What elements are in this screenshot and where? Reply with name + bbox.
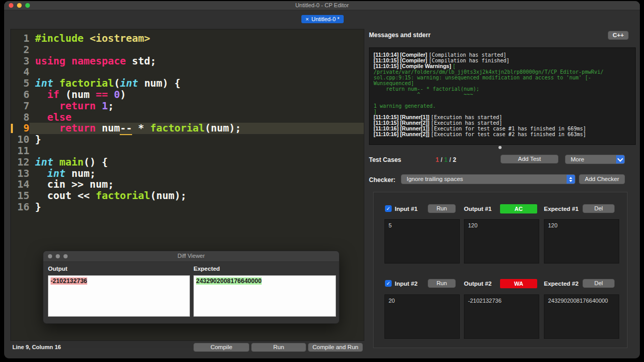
line-number: 4 bbox=[11, 67, 29, 78]
diff-expected-value: 2432902008176640000 bbox=[196, 277, 262, 285]
tab-untitled-0[interactable]: ×Untitled-0 * bbox=[301, 15, 344, 23]
log-line: ^ ~~~ bbox=[374, 91, 631, 96]
output-label-1: Output #1 bbox=[464, 206, 492, 212]
code-text: using namespace std; bbox=[29, 56, 364, 67]
code-line[interactable]: 4 bbox=[11, 67, 364, 78]
splitter-handle[interactable] bbox=[498, 146, 502, 149]
code-text: int num; bbox=[29, 168, 364, 179]
tab-close-icon[interactable]: × bbox=[305, 16, 309, 22]
code-line[interactable]: 16} bbox=[11, 202, 364, 213]
log-line: 1 warning generated. bbox=[374, 102, 631, 108]
input-label-2: Input #2 bbox=[395, 281, 417, 287]
output-label-2: Output #2 bbox=[464, 281, 492, 287]
output-area-1[interactable]: 120 bbox=[464, 219, 539, 264]
more-dropdown[interactable]: More bbox=[565, 155, 625, 164]
line-number: 8 bbox=[11, 112, 29, 123]
screen: Untitled-0 - CP Editor ×Untitled-0 * 1#i… bbox=[0, 0, 644, 362]
add-checker-button[interactable]: Add Checker bbox=[579, 174, 625, 184]
delete-test-button-1[interactable]: Del bbox=[583, 204, 615, 213]
code-text: } bbox=[29, 134, 364, 145]
code-text: cin >> num; bbox=[29, 179, 364, 190]
code-line[interactable]: 11 bbox=[11, 145, 364, 157]
input-area-2[interactable]: 20 bbox=[384, 294, 460, 339]
expected-label-1: Expected #1 bbox=[544, 206, 578, 212]
line-number: 7 bbox=[11, 101, 29, 112]
test-checkbox-1[interactable]: ✓ bbox=[385, 205, 392, 212]
code-line[interactable]: 8 else bbox=[11, 112, 364, 123]
code-text: return num-- * factorial(num); bbox=[29, 123, 364, 134]
current-line-marker bbox=[11, 124, 13, 133]
code-line[interactable]: 15 cout << factorial(num); bbox=[11, 190, 364, 202]
expected-area-1[interactable]: 120 bbox=[544, 219, 619, 264]
compile-and-run-button[interactable]: Compile and Run bbox=[308, 343, 363, 352]
line-number: 1 bbox=[11, 33, 29, 44]
verdict-badge-1[interactable]: AC bbox=[500, 204, 537, 213]
test-checkbox-2[interactable]: ✓ bbox=[385, 280, 392, 287]
compile-button[interactable]: Compile bbox=[194, 343, 249, 352]
more-dropdown-label: More bbox=[571, 156, 584, 162]
verdict-badge-2[interactable]: WA bbox=[500, 279, 537, 288]
stepper-arrows-icon bbox=[567, 175, 575, 184]
add-test-button[interactable]: Add Test bbox=[501, 155, 558, 163]
cursor-position-status: Line 9, Column 16 bbox=[12, 344, 61, 350]
run-test-button-1[interactable]: Run bbox=[428, 204, 456, 213]
verdict-counts: 1 / 1 / 2 bbox=[436, 156, 456, 163]
code-line[interactable]: 12int main() { bbox=[11, 157, 364, 168]
code-line[interactable]: 2 bbox=[11, 44, 364, 56]
line-number: 9 bbox=[11, 123, 29, 134]
code-line[interactable]: 10} bbox=[11, 134, 364, 145]
code-text bbox=[29, 44, 364, 56]
code-text: if (num == 0) bbox=[29, 89, 364, 101]
tab-label: Untitled-0 * bbox=[311, 16, 339, 22]
line-number: 3 bbox=[11, 56, 29, 67]
messages-header: Messages and stderr bbox=[369, 31, 430, 39]
delete-test-button-2[interactable]: Del bbox=[583, 279, 615, 288]
checker-dropdown[interactable]: Ignore trailing spaces bbox=[401, 174, 575, 184]
run-test-button-2[interactable]: Run bbox=[428, 279, 456, 288]
log-line: [11:10:16] [Runner[1]] [Execution for te… bbox=[374, 125, 631, 130]
expected-area-2[interactable]: 2432902008176640000 bbox=[544, 294, 619, 339]
code-text: int main() { bbox=[29, 157, 364, 168]
language-button[interactable]: C++ bbox=[608, 31, 629, 40]
line-number: 5 bbox=[11, 78, 29, 89]
code-text: cout << factorial(num); bbox=[29, 190, 364, 202]
line-number: 11 bbox=[11, 145, 29, 157]
code-line[interactable]: 7 return 1; bbox=[11, 101, 364, 112]
log-line: [11:10:15] [Compiler] [Compilation has f… bbox=[374, 57, 631, 62]
test-cases-container: ✓Input #1Output #1Expected #1RunACDel512… bbox=[373, 192, 627, 348]
code-line[interactable]: 9 return num-- * factorial(num); bbox=[11, 123, 364, 134]
line-number: 14 bbox=[11, 179, 29, 190]
code-line[interactable]: 6 if (num == 0) bbox=[11, 89, 364, 101]
test-cases-label: Test Cases bbox=[369, 156, 401, 163]
diff-expected-pane[interactable]: 2432902008176640000 bbox=[194, 275, 336, 317]
code-line[interactable]: 14 cin >> num; bbox=[11, 179, 364, 190]
messages-log[interactable]: [11:10:14] [Compiler] [Compilation has s… bbox=[369, 47, 636, 145]
line-number: 6 bbox=[11, 89, 29, 101]
diff-output-label: Output bbox=[48, 266, 68, 272]
line-number: 10 bbox=[11, 134, 29, 145]
code-lines: 1#include <iostream>23using namespace st… bbox=[11, 33, 364, 213]
code-text bbox=[29, 67, 364, 78]
chevron-down-icon bbox=[616, 155, 624, 163]
code-text: else bbox=[29, 112, 364, 123]
log-line: return num-- * factorial(num); bbox=[374, 85, 631, 91]
output-area-2[interactable]: -2102132736 bbox=[464, 294, 539, 339]
run-button[interactable]: Run bbox=[251, 343, 306, 352]
code-text: } bbox=[29, 202, 364, 213]
line-number: 13 bbox=[11, 168, 29, 179]
code-line[interactable]: 5int factorial(int num) { bbox=[11, 78, 364, 89]
code-line[interactable]: 1#include <iostream> bbox=[11, 33, 364, 44]
diff-expected-label: Expected bbox=[194, 266, 220, 272]
diff-output-value: -2102132736 bbox=[51, 277, 87, 285]
diff-output-pane[interactable]: -2102132736 bbox=[48, 275, 190, 317]
line-number: 2 bbox=[11, 44, 29, 56]
code-line[interactable]: 3using namespace std; bbox=[11, 56, 364, 67]
input-area-1[interactable]: 5 bbox=[384, 219, 460, 264]
log-line: /private/var/folders/dm/lb_jj0ts3xj2k4xt… bbox=[374, 68, 631, 74]
line-number: 12 bbox=[11, 157, 29, 168]
code-line[interactable]: 13 int num; bbox=[11, 168, 364, 179]
expected-label-2: Expected #2 bbox=[544, 281, 578, 287]
diff-viewer-titlebar: Diff Viewer bbox=[43, 251, 339, 262]
checker-label: Checker: bbox=[369, 176, 395, 184]
log-line: [11:10:15] [Runner[1]] [Execution has st… bbox=[374, 113, 631, 119]
